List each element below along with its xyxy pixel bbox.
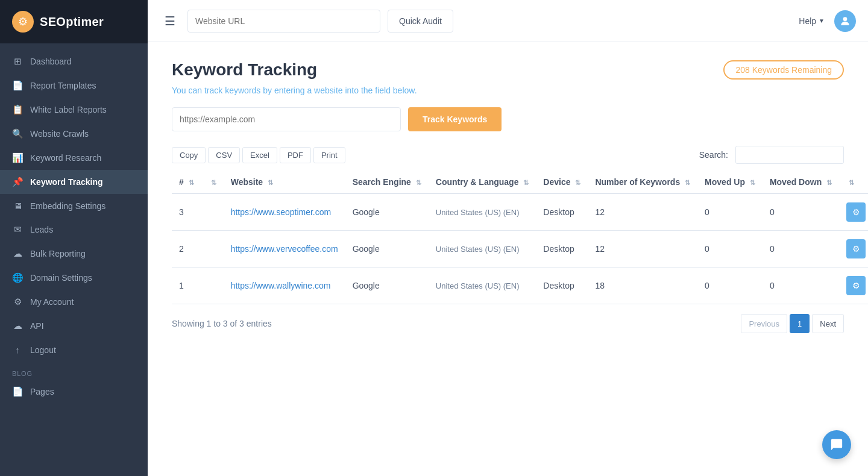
sidebar-item-label: API [30, 321, 44, 331]
col-sort: ⇅ [201, 171, 224, 193]
excel-button[interactable]: Excel [242, 147, 277, 163]
cell-website: https://www.vervecoffee.com [224, 231, 345, 268]
print-button[interactable]: Print [313, 147, 345, 163]
table-search-input[interactable] [735, 146, 844, 164]
svg-point-0 [843, 17, 848, 21]
copy-button[interactable]: Copy [172, 147, 206, 163]
cell-device: Desktop [536, 193, 588, 231]
white-label-icon: 📋 [12, 104, 23, 115]
track-url-input[interactable] [172, 107, 401, 131]
col-num-keywords: Number of Keywords ⇅ [588, 171, 697, 193]
cell-search-engine: Google [345, 268, 429, 304]
page-header: Keyword Tracking 208 Keywords Remaining [172, 60, 844, 80]
keywords-table: # ⇅ ⇅ Website ⇅ Search Engine ⇅ Country … [172, 171, 868, 304]
sidebar-item-logout[interactable]: ↑ Logout [0, 338, 148, 362]
settings-button[interactable]: ⚙ [846, 202, 866, 222]
website-link[interactable]: https://www.wallywine.com [231, 281, 331, 290]
sidebar-item-label: My Account [30, 297, 74, 307]
showing-text: Showing 1 to 3 of 3 entries [172, 319, 272, 328]
sidebar-nav: ⊞ Dashboard 📄 Report Templates 📋 White L… [0, 43, 148, 476]
sidebar-logo: ⚙ SEOptimer [0, 0, 148, 43]
settings-button[interactable]: ⚙ [846, 239, 866, 258]
cell-country-language: United States (US) (EN) [429, 268, 536, 304]
user-icon [839, 15, 851, 27]
sidebar: ⚙ SEOptimer ⊞ Dashboard 📄 Report Templat… [0, 0, 148, 476]
bulk-reporting-icon: ☁ [12, 248, 23, 259]
sidebar-item-leads[interactable]: ✉ Leads [0, 218, 148, 242]
cell-empty [201, 193, 224, 231]
cell-num-keywords: 12 [588, 193, 697, 231]
account-icon: ⚙ [12, 296, 23, 307]
sidebar-item-report-templates[interactable]: 📄 Report Templates [0, 74, 148, 98]
blog-section-label: Blog [0, 362, 148, 380]
table-controls: Copy CSV Excel PDF Print Search: [172, 146, 844, 164]
pages-icon: 📄 [12, 386, 23, 397]
next-page-button[interactable]: Next [812, 314, 844, 333]
table-row: 2 https://www.vervecoffee.com Google Uni… [172, 231, 868, 268]
website-link[interactable]: https://www.vervecoffee.com [231, 244, 338, 254]
logo-text: SEOptimer [40, 15, 104, 29]
settings-button[interactable]: ⚙ [846, 276, 866, 295]
sidebar-item-label: Leads [30, 225, 53, 234]
leads-icon: ✉ [12, 224, 23, 235]
cell-num: 1 [172, 268, 201, 304]
sidebar-item-dashboard[interactable]: ⊞ Dashboard [0, 49, 148, 74]
cell-country-language: United States (US) (EN) [429, 231, 536, 268]
cell-device: Desktop [536, 268, 588, 304]
sidebar-item-pages[interactable]: 📄 Pages [0, 380, 148, 404]
csv-button[interactable]: CSV [208, 147, 240, 163]
sidebar-item-keyword-tracking[interactable]: 📌 Keyword Tracking [0, 170, 148, 194]
cell-actions: ⚙ 🗑 [839, 268, 868, 304]
page-subtitle: You can track keywords by entering a web… [172, 86, 844, 95]
chat-icon [830, 438, 843, 451]
quick-audit-button[interactable]: Quick Audit [388, 10, 453, 33]
help-button[interactable]: Help ▼ [799, 16, 825, 26]
cell-actions: ⚙ 🗑 [839, 193, 868, 231]
track-keywords-row: Track Keywords [172, 107, 844, 131]
track-keywords-button[interactable]: Track Keywords [408, 107, 502, 131]
sidebar-item-label: Domain Settings [30, 273, 92, 283]
table-footer: Showing 1 to 3 of 3 entries Previous 1 N… [172, 314, 844, 333]
col-country-language: Country & Language ⇅ [429, 171, 536, 193]
sidebar-item-label: White Label Reports [30, 105, 107, 114]
keywords-link[interactable]: keywords [225, 86, 260, 95]
domain-icon: 🌐 [12, 272, 23, 283]
sidebar-item-website-crawls[interactable]: 🔍 Website Crawls [0, 122, 148, 146]
sidebar-item-label: Pages [30, 387, 54, 396]
cell-num: 3 [172, 193, 201, 231]
hamburger-button[interactable]: ☰ [160, 11, 180, 31]
col-moved-up: Moved Up ⇅ [697, 171, 763, 193]
sidebar-item-label: Report Templates [30, 81, 96, 90]
sidebar-item-my-account[interactable]: ⚙ My Account [0, 290, 148, 314]
table-row: 3 https://www.seoptimer.com Google Unite… [172, 193, 868, 231]
website-url-input[interactable] [187, 10, 380, 33]
sidebar-item-api[interactable]: ☁ API [0, 314, 148, 338]
chat-bubble-button[interactable] [822, 430, 851, 459]
dashboard-icon: ⊞ [12, 56, 23, 67]
sidebar-item-label: Keyword Tracking [30, 177, 103, 187]
keywords-remaining-badge: 208 Keywords Remaining [723, 60, 844, 80]
sidebar-item-bulk-reporting[interactable]: ☁ Bulk Reporting [0, 242, 148, 266]
crawls-icon: 🔍 [12, 128, 23, 139]
pdf-button[interactable]: PDF [280, 147, 311, 163]
website-link[interactable]: https://www.seoptimer.com [231, 207, 332, 217]
logo-icon: ⚙ [12, 11, 34, 33]
sidebar-item-domain-settings[interactable]: 🌐 Domain Settings [0, 266, 148, 290]
main-area: ☰ Quick Audit Help ▼ Keyword Tracking 20… [148, 0, 868, 476]
table-row: 1 https://www.wallywine.com Google Unite… [172, 268, 868, 304]
user-avatar-button[interactable] [834, 10, 856, 32]
logout-icon: ↑ [12, 345, 23, 355]
cell-device: Desktop [536, 231, 588, 268]
previous-page-button[interactable]: Previous [741, 314, 787, 333]
cell-moved-up: 0 [697, 268, 763, 304]
cell-moved-up: 0 [697, 193, 763, 231]
page-title: Keyword Tracking [172, 60, 317, 80]
sidebar-item-white-label-reports[interactable]: 📋 White Label Reports [0, 98, 148, 122]
sidebar-item-label: Dashboard [30, 57, 72, 66]
cell-num: 2 [172, 231, 201, 268]
page-1-button[interactable]: 1 [790, 314, 810, 333]
sidebar-item-embedding-settings[interactable]: 🖥 Embedding Settings [0, 194, 148, 218]
sidebar-item-keyword-research[interactable]: 📊 Keyword Research [0, 146, 148, 170]
embedding-icon: 🖥 [12, 201, 23, 211]
topbar: ☰ Quick Audit Help ▼ [148, 0, 868, 42]
